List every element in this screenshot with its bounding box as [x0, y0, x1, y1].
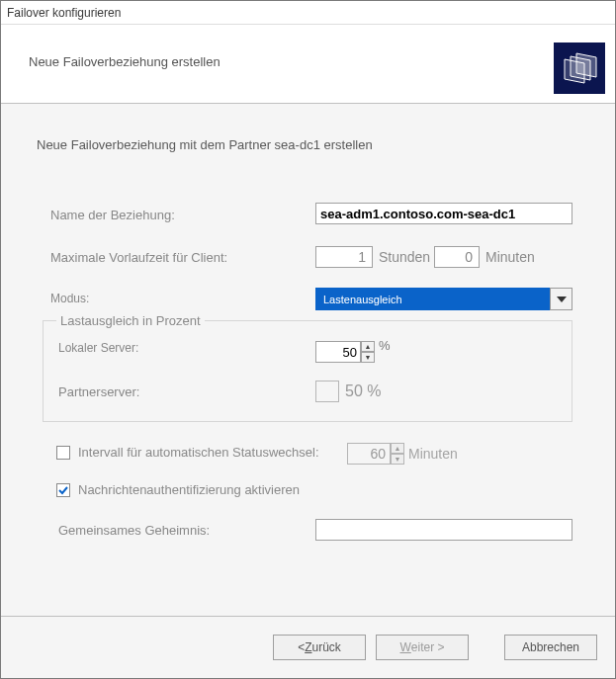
cancel-button[interactable]: Abbrechen: [504, 635, 597, 660]
lead-minutes-label: Minuten: [485, 249, 535, 265]
interval-spinner: ▲ ▼: [391, 443, 404, 465]
partner-server-label: Partnerserver:: [58, 384, 139, 399]
mode-label: Modus:: [50, 292, 89, 305]
auth-checkbox-label: Nachrichtenauthentifizierung aktivieren: [78, 482, 300, 497]
window-title: Failover konfigurieren: [7, 6, 121, 20]
next-button[interactable]: Weiter >: [376, 635, 469, 660]
back-button[interactable]: < Zurück: [273, 635, 366, 660]
relationship-name-label: Name der Beziehung:: [50, 208, 175, 222]
interval-checkbox-row: Intervall für automatischen Statuswechse…: [56, 445, 319, 460]
hours-label: Stunden: [379, 249, 430, 265]
relationship-name-input[interactable]: [315, 203, 572, 224]
spinner-up-icon[interactable]: ▲: [361, 341, 375, 352]
spinner-down-icon[interactable]: ▼: [361, 352, 375, 363]
wizard-window: Failover konfigurieren Neue Failoverbezi…: [0, 0, 616, 679]
percent-sign: %: [379, 338, 391, 353]
checkmark-icon: [58, 485, 68, 495]
wizard-footer: < Zurück Weiter > Abbrechen: [1, 616, 615, 678]
load-balance-group-title: Lastausgleich in Prozent: [56, 313, 205, 328]
partner-percent-box: [315, 381, 339, 402]
mode-select[interactable]: Lastenausgleich: [315, 288, 572, 310]
wizard-content: Neue Failoverbeziehung mit dem Partner s…: [1, 104, 615, 616]
auth-checkbox[interactable]: [56, 483, 70, 497]
instruction-text: Neue Failoverbeziehung mit dem Partner s…: [37, 137, 373, 152]
local-percent-spinner[interactable]: ▲ ▼: [315, 341, 373, 363]
lead-minutes-input[interactable]: [434, 246, 480, 268]
wizard-subtitle: Neue Failoverbeziehung erstellen: [29, 54, 220, 69]
interval-minutes-label: Minuten: [408, 446, 458, 462]
lead-hours-input[interactable]: [315, 246, 373, 268]
interval-value-box: 60: [347, 443, 391, 465]
wizard-header: Neue Failoverbeziehung erstellen: [1, 25, 615, 104]
load-balance-group: [43, 320, 572, 422]
folders-icon: [554, 42, 605, 94]
local-percent-input[interactable]: [315, 341, 361, 363]
spinner-down-icon: ▼: [391, 454, 404, 465]
interval-checkbox[interactable]: [56, 446, 70, 460]
shared-secret-input[interactable]: [315, 519, 572, 541]
spinner-up-icon: ▲: [391, 443, 404, 454]
max-lead-time-label: Maximale Vorlaufzeit für Client:: [50, 250, 227, 265]
partner-percent-value: 50 %: [345, 382, 381, 400]
interval-checkbox-label: Intervall für automatischen Statuswechse…: [78, 445, 319, 460]
chevron-down-icon[interactable]: [550, 288, 572, 310]
titlebar: Failover konfigurieren: [1, 1, 615, 25]
mode-selected-value: Lastenausgleich: [323, 294, 402, 305]
auth-checkbox-row: Nachrichtenauthentifizierung aktivieren: [56, 482, 300, 497]
local-server-label: Lokaler Server:: [58, 341, 138, 355]
shared-secret-label: Gemeinsames Geheimnis:: [58, 523, 210, 538]
